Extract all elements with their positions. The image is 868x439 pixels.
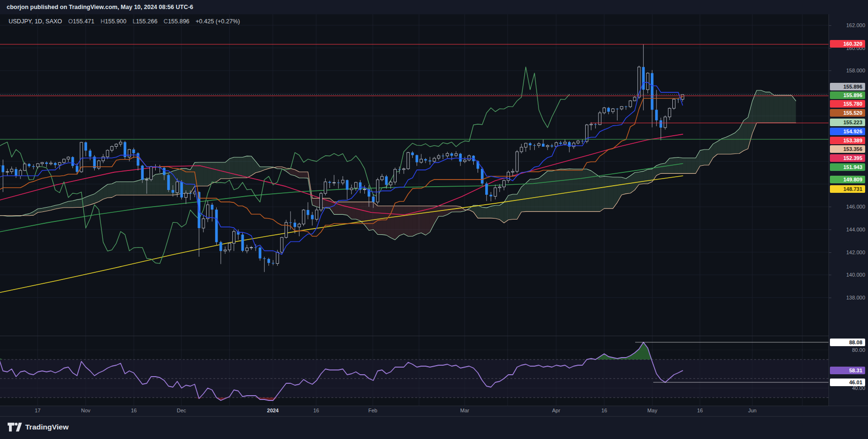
time-axis-label: Mar <box>460 408 469 413</box>
price-label-badge: 155.520 <box>830 109 865 117</box>
tradingview-watermark-label: TradingView <box>25 423 69 431</box>
price-axis-tick: 162.000 <box>829 22 865 28</box>
price-axis-tickmark <box>829 70 831 71</box>
time-axis-label: Feb <box>369 408 378 413</box>
price-label-badge: 152.395 <box>830 154 865 162</box>
price-axis-tick: 144.000 <box>829 227 865 232</box>
time-axis-label: Apr <box>552 408 560 413</box>
time-axis-label: Dec <box>177 408 186 413</box>
published-line: cborjon published on TradingView.com, Ma… <box>7 4 193 10</box>
symbol-title: USDJPY, 1D, SAXO <box>9 18 62 25</box>
price-label-badge: 160.320 <box>830 40 865 48</box>
ohlc-low: L155.266 <box>132 18 157 25</box>
price-axis-tick: 140.000 <box>829 272 865 278</box>
price-label-badge: 153.389 <box>830 137 865 144</box>
price-label-badge: 155.896 <box>830 91 865 99</box>
price-label-badge: 154.926 <box>830 128 865 135</box>
price-axis-tick: 138.000 <box>829 295 865 300</box>
price-axis[interactable]: 162.000160.000158.000146.000144.000142.0… <box>828 14 868 406</box>
time-axis-label: 16 <box>131 408 137 413</box>
price-label-badge: 151.943 <box>830 163 865 171</box>
price-chart-pane[interactable] <box>0 14 828 336</box>
price-label-badge: 148.731 <box>830 185 865 193</box>
tradingview-watermark[interactable]: TradingView <box>8 422 69 432</box>
price-axis-tickmark <box>829 25 831 26</box>
price-axis-tickmark <box>829 298 831 298</box>
price-axis-tickmark <box>829 252 831 253</box>
rsi-label-badge: 88.08 <box>830 339 865 346</box>
time-axis-label: May <box>648 408 658 413</box>
time-axis-label: 2024 <box>267 408 279 413</box>
ichimoku-cloud <box>0 90 796 240</box>
price-axis-tick: 158.000 <box>829 68 865 73</box>
change-value: +0.425 (+0.27%) <box>196 18 240 25</box>
rsi-label-badge: 46.01 <box>830 379 865 386</box>
rsi-label-badge: 58.31 <box>830 367 865 374</box>
rsi-canvas <box>0 336 828 406</box>
time-axis[interactable]: 17Nov16Dec202416FebMarApr16May16Jun <box>0 406 868 416</box>
ichimoku-base-conversion-lines <box>0 82 683 254</box>
price-axis-tickmark <box>829 229 831 230</box>
price-chart-canvas <box>0 14 828 336</box>
price-label-badge: 155.780 <box>830 100 865 108</box>
price-axis-tick: 146.000 <box>829 204 865 210</box>
bottom-bar: TradingView <box>0 416 868 439</box>
symbol-legend[interactable]: USDJPY, 1D, SAXO O155.471 H155.900 L155.… <box>9 18 240 25</box>
price-axis-tickmark <box>829 275 831 275</box>
price-axis-tickmark <box>829 207 831 207</box>
price-label-badge: 155.223 <box>830 119 865 126</box>
time-axis-label: 16 <box>601 408 607 413</box>
price-axis-tick: 142.000 <box>829 249 865 255</box>
time-axis-label: 17 <box>35 408 40 413</box>
horizontal-level-lines <box>0 44 828 140</box>
ohlc-high: H155.900 <box>100 18 126 25</box>
price-label-badge: 155.896 <box>830 83 865 90</box>
time-axis-label: 16 <box>313 408 319 413</box>
ohlc-close: C155.896 <box>164 18 190 25</box>
publish-title-bar: cborjon published on TradingView.com, Ma… <box>0 0 868 14</box>
rsi-axis-tick: 80.00 <box>829 347 865 353</box>
tradingview-published-chart: cborjon published on TradingView.com, Ma… <box>0 0 868 439</box>
price-label-badge: 149.809 <box>830 176 865 183</box>
time-axis-label: Nov <box>81 408 90 413</box>
price-axis-tickmark <box>829 48 831 49</box>
price-label-badge: 153.356 <box>830 145 865 153</box>
pane-separator[interactable] <box>0 336 868 336</box>
tradingview-logo-icon <box>8 422 22 432</box>
rsi-indicator-pane[interactable] <box>0 336 828 406</box>
time-axis-label: Jun <box>748 408 757 413</box>
ohlc-open: O155.471 <box>68 18 94 25</box>
time-axis-label: 16 <box>697 408 703 413</box>
